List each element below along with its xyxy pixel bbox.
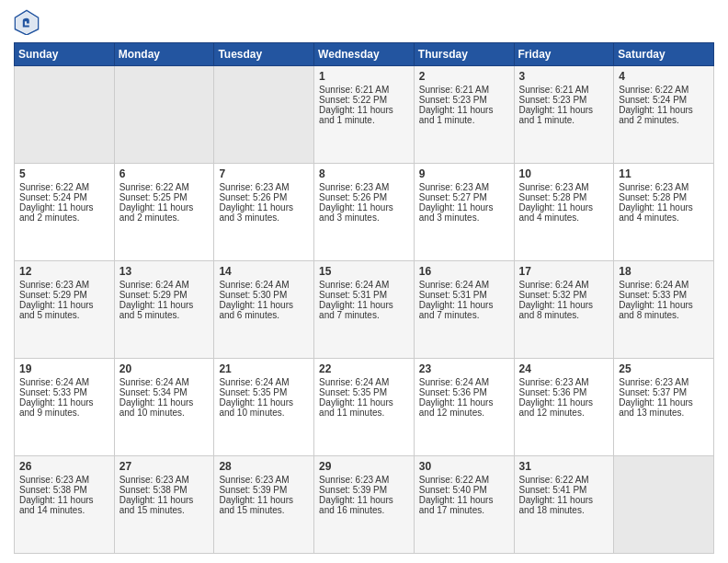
day-cell: 24Sunrise: 6:23 AMSunset: 5:36 PMDayligh… (514, 359, 614, 456)
sunset-text: Sunset: 5:37 PM (619, 387, 687, 397)
sunrise-text: Sunrise: 6:23 AM (619, 182, 688, 192)
sunrise-text: Sunrise: 6:24 AM (119, 280, 189, 290)
daylight-text: Daylight: 11 hours and 15 minutes. (119, 495, 194, 515)
sunset-text: Sunset: 5:26 PM (219, 192, 287, 202)
sunset-text: Sunset: 5:40 PM (419, 485, 487, 495)
daylight-text: Daylight: 11 hours and 1 minute. (319, 105, 393, 125)
sunrise-text: Sunrise: 6:24 AM (319, 280, 389, 290)
sunrise-text: Sunrise: 6:24 AM (119, 377, 189, 387)
day-number: 22 (319, 362, 409, 375)
daylight-text: Daylight: 11 hours and 10 minutes. (219, 397, 293, 418)
day-number: 15 (319, 265, 409, 278)
daylight-text: Daylight: 11 hours and 3 minutes. (219, 202, 293, 223)
sunrise-text: Sunrise: 6:24 AM (219, 280, 289, 290)
daylight-text: Daylight: 11 hours and 5 minutes. (119, 300, 194, 320)
day-number: 4 (619, 70, 709, 83)
logo (14, 9, 43, 35)
sunset-text: Sunset: 5:35 PM (319, 387, 387, 397)
day-cell: 5Sunrise: 6:22 AMSunset: 5:24 PMDaylight… (15, 164, 115, 261)
day-number: 19 (19, 362, 109, 375)
day-cell: 25Sunrise: 6:23 AMSunset: 5:37 PMDayligh… (614, 359, 714, 456)
day-number: 25 (619, 362, 709, 375)
day-number: 16 (419, 265, 509, 278)
daylight-text: Daylight: 11 hours and 9 minutes. (19, 397, 94, 418)
day-cell: 16Sunrise: 6:24 AMSunset: 5:31 PMDayligh… (414, 261, 514, 359)
sunrise-text: Sunrise: 6:22 AM (119, 182, 189, 192)
daylight-text: Daylight: 11 hours and 16 minutes. (319, 495, 393, 515)
day-cell: 18Sunrise: 6:24 AMSunset: 5:33 PMDayligh… (614, 261, 714, 359)
sunrise-text: Sunrise: 6:23 AM (419, 182, 489, 192)
sunset-text: Sunset: 5:33 PM (19, 387, 87, 397)
header (14, 9, 714, 35)
sunset-text: Sunset: 5:39 PM (319, 485, 387, 495)
sunset-text: Sunset: 5:31 PM (319, 290, 387, 300)
day-number: 21 (219, 362, 309, 375)
day-number: 23 (419, 362, 509, 375)
day-number: 28 (219, 460, 309, 473)
day-header-friday: Friday (514, 43, 614, 66)
sunset-text: Sunset: 5:28 PM (619, 192, 687, 202)
week-row-3: 12Sunrise: 6:23 AMSunset: 5:29 PMDayligh… (15, 261, 714, 359)
sunrise-text: Sunrise: 6:23 AM (319, 475, 389, 485)
header-row: SundayMondayTuesdayWednesdayThursdayFrid… (15, 43, 714, 66)
sunrise-text: Sunrise: 6:21 AM (519, 85, 589, 95)
day-number: 10 (519, 167, 609, 180)
sunrise-text: Sunrise: 6:24 AM (419, 280, 489, 290)
day-cell: 28Sunrise: 6:23 AMSunset: 5:39 PMDayligh… (214, 456, 314, 554)
sunrise-text: Sunrise: 6:22 AM (619, 85, 688, 95)
day-cell: 11Sunrise: 6:23 AMSunset: 5:28 PMDayligh… (614, 164, 714, 261)
daylight-text: Daylight: 11 hours and 1 minute. (519, 105, 594, 125)
day-cell: 12Sunrise: 6:23 AMSunset: 5:29 PMDayligh… (15, 261, 115, 359)
sunset-text: Sunset: 5:29 PM (119, 290, 188, 300)
day-cell: 8Sunrise: 6:23 AMSunset: 5:26 PMDaylight… (314, 164, 415, 261)
week-row-4: 19Sunrise: 6:24 AMSunset: 5:33 PMDayligh… (15, 359, 714, 456)
sunset-text: Sunset: 5:23 PM (519, 95, 587, 105)
day-header-sunday: Sunday (15, 43, 115, 66)
daylight-text: Daylight: 11 hours and 7 minutes. (419, 300, 494, 320)
day-number: 8 (319, 167, 409, 180)
sunrise-text: Sunrise: 6:22 AM (19, 182, 89, 192)
sunrise-text: Sunrise: 6:21 AM (319, 85, 389, 95)
day-number: 30 (419, 460, 509, 473)
daylight-text: Daylight: 11 hours and 8 minutes. (619, 300, 693, 320)
day-cell: 31Sunrise: 6:22 AMSunset: 5:41 PMDayligh… (514, 456, 614, 554)
day-cell: 14Sunrise: 6:24 AMSunset: 5:30 PMDayligh… (214, 261, 314, 359)
sunset-text: Sunset: 5:24 PM (19, 192, 87, 202)
day-cell: 7Sunrise: 6:23 AMSunset: 5:26 PMDaylight… (214, 164, 314, 261)
daylight-text: Daylight: 11 hours and 3 minutes. (419, 202, 494, 223)
day-cell: 9Sunrise: 6:23 AMSunset: 5:27 PMDaylight… (414, 164, 514, 261)
sunrise-text: Sunrise: 6:23 AM (19, 280, 89, 290)
sunrise-text: Sunrise: 6:23 AM (519, 182, 589, 192)
day-header-tuesday: Tuesday (214, 43, 314, 66)
sunset-text: Sunset: 5:23 PM (419, 95, 487, 105)
sunset-text: Sunset: 5:38 PM (19, 485, 87, 495)
day-cell: 22Sunrise: 6:24 AMSunset: 5:35 PMDayligh… (314, 359, 415, 456)
sunset-text: Sunset: 5:34 PM (119, 387, 188, 397)
day-header-monday: Monday (114, 43, 214, 66)
sunrise-text: Sunrise: 6:23 AM (319, 182, 389, 192)
sunset-text: Sunset: 5:29 PM (19, 290, 87, 300)
sunset-text: Sunset: 5:22 PM (319, 95, 387, 105)
sunrise-text: Sunrise: 6:23 AM (19, 475, 89, 485)
sunrise-text: Sunrise: 6:22 AM (419, 475, 489, 485)
daylight-text: Daylight: 11 hours and 12 minutes. (519, 397, 594, 418)
day-number: 31 (519, 460, 609, 473)
daylight-text: Daylight: 11 hours and 13 minutes. (619, 397, 693, 418)
sunset-text: Sunset: 5:32 PM (519, 290, 587, 300)
daylight-text: Daylight: 11 hours and 15 minutes. (219, 495, 293, 515)
daylight-text: Daylight: 11 hours and 2 minutes. (19, 202, 94, 223)
sunset-text: Sunset: 5:30 PM (219, 290, 287, 300)
day-cell: 15Sunrise: 6:24 AMSunset: 5:31 PMDayligh… (314, 261, 415, 359)
sunset-text: Sunset: 5:26 PM (319, 192, 387, 202)
sunset-text: Sunset: 5:31 PM (419, 290, 487, 300)
day-number: 26 (19, 460, 109, 473)
daylight-text: Daylight: 11 hours and 6 minutes. (219, 300, 293, 320)
day-cell (214, 66, 314, 164)
day-cell: 4Sunrise: 6:22 AMSunset: 5:24 PMDaylight… (614, 66, 714, 164)
daylight-text: Daylight: 11 hours and 2 minutes. (619, 105, 693, 125)
day-number: 9 (419, 167, 509, 180)
day-number: 27 (119, 460, 210, 473)
day-number: 3 (519, 70, 609, 83)
sunset-text: Sunset: 5:24 PM (619, 95, 687, 105)
day-header-thursday: Thursday (414, 43, 514, 66)
